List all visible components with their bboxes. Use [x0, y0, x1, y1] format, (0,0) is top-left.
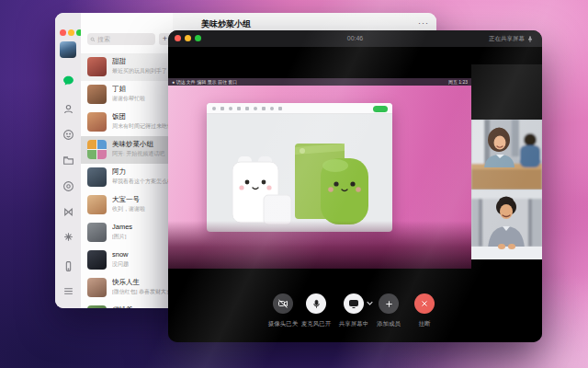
chat-preview: [图片] — [112, 233, 171, 241]
plus-icon — [384, 299, 394, 309]
add-member-button[interactable] — [379, 293, 399, 314]
group-avatar-tile — [97, 150, 107, 159]
files-icon[interactable] — [62, 154, 74, 167]
chat-name: 甜甜 — [112, 57, 171, 66]
mascot-canvas — [207, 114, 392, 232]
chat-header: 美味炒菜小组 ··· — [173, 13, 436, 31]
chat-avatar — [87, 305, 107, 308]
chat-preview: 谢谢你帮忙啦 — [112, 95, 171, 103]
participant-strip — [471, 47, 542, 342]
moments-icon[interactable] — [62, 179, 74, 192]
video-call-window: 00:46 正在共享屏幕 ● 访达 文件 编辑 显示 前往 窗口 周五 1:23 — [168, 30, 542, 342]
chat-preview: 阿芳: 开始视频通话吧 — [112, 150, 171, 158]
zoom-button[interactable] — [76, 29, 83, 36]
chat-list-item[interactable]: 阿力 帮我看看这个方案怎么样 — [81, 164, 173, 191]
close-button[interactable] — [60, 29, 66, 36]
chat-name: snow — [112, 250, 171, 259]
chat-list-panel: 搜索 + 甜甜 最近买的玩具刚到手了 丁姐 谢谢你帮忙啦 饭团 周末有时间记得过… — [81, 13, 173, 308]
chat-avatar — [87, 250, 107, 270]
chat-list-item[interactable]: 省钱爹 [表情] — [81, 302, 173, 308]
chat-name: 美味炒菜小组 — [112, 140, 171, 149]
screen-share-button[interactable] — [344, 293, 364, 314]
design-toolbar-icon — [270, 107, 274, 110]
participant-self-video[interactable] — [471, 64, 542, 120]
mini-programs-icon[interactable] — [62, 205, 74, 218]
design-toolbar-icon — [229, 107, 232, 110]
chat-avatar — [87, 223, 107, 242]
participant-video-speaking[interactable] — [471, 190, 542, 259]
chat-list-item[interactable]: snow 没问题 — [81, 247, 173, 274]
call-toolbar: 摄像头已关 麦克风已开 共享屏幕中 添加成员 挂断 — [168, 285, 542, 342]
chat-list-item[interactable]: 大宝一号 收到，谢谢啦 — [81, 191, 173, 219]
desktop-wallpaper: 搜索 + 甜甜 最近买的玩具刚到手了 丁姐 谢谢你帮忙啦 饭团 周末有时间记得过… — [0, 0, 588, 368]
share-label: 共享屏幕中 — [324, 320, 383, 328]
mic-label: 麦克风已开 — [287, 320, 345, 328]
close-button[interactable] — [175, 35, 181, 41]
chat-avatar — [87, 195, 107, 214]
chat-list-item[interactable]: 甜甜 最近买的玩具刚到手了 — [81, 53, 173, 81]
chat-avatar — [87, 57, 107, 76]
chat-preview: 收到，谢谢啦 — [112, 205, 171, 213]
zoom-button[interactable] — [195, 35, 201, 41]
pin-icon[interactable] — [527, 36, 533, 42]
contacts-icon[interactable] — [62, 102, 74, 115]
more-options-button[interactable]: ··· — [418, 18, 429, 28]
close-x-icon — [420, 299, 429, 308]
search-tools-icon[interactable] — [62, 230, 74, 243]
add-chat-button[interactable]: + — [159, 33, 171, 45]
shared-design-app-window — [207, 103, 392, 232]
design-toolbar-icon — [237, 107, 241, 110]
chat-list-item[interactable]: 快乐人生 [微信红包] 恭喜发财大吉大利 — [81, 274, 173, 302]
chat-avatar — [87, 278, 107, 297]
design-toolbar-icon — [254, 107, 257, 110]
camera-off-icon — [277, 298, 288, 309]
participant-video[interactable] — [471, 120, 542, 190]
chat-name: 阿力 — [112, 167, 171, 177]
chat-avatar — [87, 167, 107, 187]
add-member-label: 添加成员 — [359, 320, 418, 328]
share-status: 正在共享屏幕 — [489, 35, 533, 43]
call-title-bar: 00:46 正在共享屏幕 — [168, 30, 542, 47]
chat-name: 省钱爹 — [112, 305, 171, 308]
shared-screen-view: ● 访达 文件 编辑 显示 前往 窗口 周五 1:23 — [168, 78, 471, 269]
camera-label: 摄像头已关 — [254, 320, 312, 328]
shared-screen-stage: ● 访达 文件 编辑 显示 前往 窗口 周五 1:23 — [168, 47, 471, 342]
chat-list-item[interactable]: James [图片] — [81, 219, 173, 247]
chevron-down-icon[interactable] — [367, 301, 373, 305]
minimize-button[interactable] — [185, 35, 191, 41]
group-avatar-tile — [87, 140, 96, 149]
chat-list: 甜甜 最近买的玩具刚到手了 丁姐 谢谢你帮忙啦 饭团 周末有时间记得过来吃饭呀 … — [81, 53, 173, 308]
chat-name: 饭团 — [112, 112, 171, 121]
design-toolbar-icon — [245, 107, 249, 110]
phone-icon[interactable] — [62, 259, 74, 272]
minimize-button[interactable] — [68, 29, 74, 36]
user-avatar[interactable] — [60, 41, 76, 58]
chat-name: 快乐人生 — [112, 278, 171, 287]
chat-preview: [微信红包] 恭喜发财大吉大利 — [112, 288, 171, 296]
group-avatar-tile — [97, 140, 107, 149]
call-timer: 00:46 — [168, 35, 542, 41]
chat-list-item[interactable]: 美味炒菜小组 阿芳: 开始视频通话吧 — [81, 136, 173, 164]
menu-icon[interactable] — [62, 284, 74, 297]
chat-avatar — [87, 85, 107, 104]
chat-name: 大宝一号 — [112, 195, 171, 204]
hangup-label: 挂断 — [395, 320, 454, 328]
chat-avatar — [87, 140, 107, 159]
camera-button[interactable] — [273, 293, 293, 314]
chats-icon[interactable] — [62, 74, 74, 86]
design-toolbar-icon — [262, 107, 266, 110]
search-placeholder: 搜索 — [97, 35, 110, 44]
chat-list-item[interactable]: 丁姐 谢谢你帮忙啦 — [81, 81, 173, 109]
wechat-window: 搜索 + 甜甜 最近买的玩具刚到手了 丁姐 谢谢你帮忙啦 饭团 周末有时间记得过… — [55, 13, 436, 308]
chat-name: 丁姐 — [112, 85, 171, 94]
design-app-toolbar — [207, 103, 392, 114]
search-input[interactable]: 搜索 — [87, 33, 155, 45]
mic-button[interactable] — [306, 293, 326, 314]
chat-list-item[interactable]: 饭团 周末有时间记得过来吃饭呀 — [81, 109, 173, 136]
hangup-button[interactable] — [414, 293, 435, 314]
mic-icon — [311, 299, 322, 309]
favorites-icon[interactable] — [62, 128, 74, 141]
design-action-button — [373, 106, 388, 112]
chat-name: James — [112, 223, 171, 231]
screen-share-icon — [348, 298, 359, 309]
